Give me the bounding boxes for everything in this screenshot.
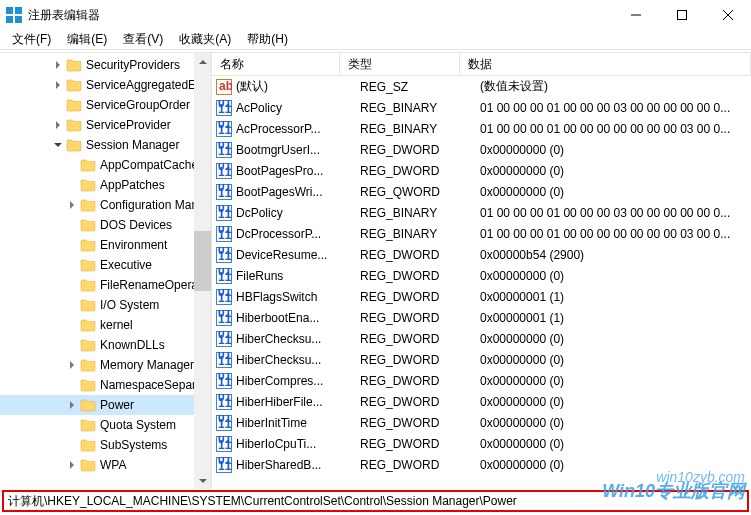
value-type: REG_DWORD	[360, 332, 480, 346]
binary-value-icon	[216, 142, 232, 158]
chevron-down-icon[interactable]	[52, 139, 64, 151]
titlebar: 注册表编辑器	[0, 0, 751, 30]
list-row[interactable]: HiberCompres...REG_DWORD0x00000000 (0)	[212, 370, 751, 391]
list-row[interactable]: HiberIoCpuTi...REG_DWORD0x00000000 (0)	[212, 433, 751, 454]
tree-label: kernel	[100, 318, 133, 332]
list-row[interactable]: HiberInitTimeREG_DWORD0x00000000 (0)	[212, 412, 751, 433]
list-row[interactable]: HiberbootEna...REG_DWORD0x00000001 (1)	[212, 307, 751, 328]
chevron-right-icon[interactable]	[66, 199, 78, 211]
minimize-button[interactable]	[613, 0, 659, 30]
tree-label: SecurityProviders	[86, 58, 180, 72]
folder-icon	[80, 238, 96, 252]
value-name: HBFlagsSwitch	[236, 290, 360, 304]
list-row[interactable]: AcPolicyREG_BINARY01 00 00 00 01 00 00 0…	[212, 97, 751, 118]
menu-view[interactable]: 查看(V)	[115, 31, 171, 48]
window-title: 注册表编辑器	[28, 7, 613, 24]
header-name[interactable]: 名称	[212, 53, 340, 75]
tree-scrollbar[interactable]	[194, 53, 211, 489]
folder-icon	[80, 458, 96, 472]
list-row[interactable]: BootmgrUserI...REG_DWORD0x00000000 (0)	[212, 139, 751, 160]
binary-value-icon	[216, 352, 232, 368]
binary-value-icon	[216, 247, 232, 263]
scroll-down-button[interactable]	[194, 472, 211, 489]
chevron-right-icon[interactable]	[52, 79, 64, 91]
tree-label: ServiceGroupOrder	[86, 98, 190, 112]
tree-item[interactable]: Executive	[0, 255, 211, 275]
tree-item[interactable]: I/O System	[0, 295, 211, 315]
list-row[interactable]: BootPagesPro...REG_DWORD0x00000000 (0)	[212, 160, 751, 181]
list-row[interactable]: HiberChecksu...REG_DWORD0x00000000 (0)	[212, 328, 751, 349]
binary-value-icon	[216, 268, 232, 284]
value-type: REG_DWORD	[360, 437, 480, 451]
tree-item[interactable]: AppCompatCache	[0, 155, 211, 175]
value-data: (数值未设置)	[480, 78, 751, 95]
tree-label: NamespaceSepara	[100, 378, 203, 392]
header-data[interactable]: 数据	[460, 53, 751, 75]
value-name: HiberChecksu...	[236, 332, 360, 346]
menu-favorites[interactable]: 收藏夹(A)	[171, 31, 239, 48]
value-name: HiberSharedB...	[236, 458, 360, 472]
list-row[interactable]: HiberHiberFile...REG_DWORD0x00000000 (0)	[212, 391, 751, 412]
list-row[interactable]: (默认)REG_SZ(数值未设置)	[212, 76, 751, 97]
list-row[interactable]: BootPagesWri...REG_QWORD0x00000000 (0)	[212, 181, 751, 202]
value-type: REG_DWORD	[360, 248, 480, 262]
list-row[interactable]: HBFlagsSwitchREG_DWORD0x00000001 (1)	[212, 286, 751, 307]
value-type: REG_DWORD	[360, 290, 480, 304]
tree-panel[interactable]: SecurityProvidersServiceAggregatedEvServ…	[0, 53, 212, 489]
tree-item[interactable]: KnownDLLs	[0, 335, 211, 355]
tree-item[interactable]: kernel	[0, 315, 211, 335]
tree-item[interactable]: DOS Devices	[0, 215, 211, 235]
header-type[interactable]: 类型	[340, 53, 460, 75]
tree-item[interactable]: SecurityProviders	[0, 55, 211, 75]
tree-item[interactable]: WPA	[0, 455, 211, 475]
folder-icon	[80, 278, 96, 292]
list-row[interactable]: FileRunsREG_DWORD0x00000000 (0)	[212, 265, 751, 286]
value-type: REG_BINARY	[360, 227, 480, 241]
value-name: AcProcessorP...	[236, 122, 360, 136]
list-row[interactable]: AcProcessorP...REG_BINARY01 00 00 00 01 …	[212, 118, 751, 139]
value-type: REG_BINARY	[360, 122, 480, 136]
tree-item[interactable]: FileRenameOperat	[0, 275, 211, 295]
binary-value-icon	[216, 121, 232, 137]
tree-label: AppPatches	[100, 178, 165, 192]
maximize-button[interactable]	[659, 0, 705, 30]
tree-item[interactable]: ServiceAggregatedEv	[0, 75, 211, 95]
close-button[interactable]	[705, 0, 751, 30]
tree-label: SubSystems	[100, 438, 167, 452]
chevron-right-icon[interactable]	[66, 459, 78, 471]
tree-label: FileRenameOperat	[100, 278, 201, 292]
menu-file[interactable]: 文件(F)	[4, 31, 59, 48]
menu-edit[interactable]: 编辑(E)	[59, 31, 115, 48]
tree-item[interactable]: Environment	[0, 235, 211, 255]
list-row[interactable]: DcPolicyREG_BINARY01 00 00 00 01 00 00 0…	[212, 202, 751, 223]
list-header[interactable]: 名称 类型 数据	[212, 53, 751, 76]
list-row[interactable]: DeviceResume...REG_DWORD0x00000b54 (2900…	[212, 244, 751, 265]
value-type: REG_DWORD	[360, 416, 480, 430]
menu-help[interactable]: 帮助(H)	[239, 31, 296, 48]
tree-item[interactable]: NamespaceSepara	[0, 375, 211, 395]
value-data: 0x00000000 (0)	[480, 332, 751, 346]
value-data: 0x00000000 (0)	[480, 395, 751, 409]
tree-item[interactable]: Session Manager	[0, 135, 211, 155]
chevron-right-icon[interactable]	[52, 59, 64, 71]
value-type: REG_DWORD	[360, 458, 480, 472]
tree-item[interactable]: SubSystems	[0, 435, 211, 455]
chevron-right-icon[interactable]	[52, 119, 64, 131]
tree-item[interactable]: ServiceGroupOrder	[0, 95, 211, 115]
tree-item[interactable]: Configuration Man	[0, 195, 211, 215]
value-type: REG_DWORD	[360, 374, 480, 388]
tree-item[interactable]: Power	[0, 395, 211, 415]
tree-item[interactable]: ServiceProvider	[0, 115, 211, 135]
folder-icon	[80, 438, 96, 452]
tree-item[interactable]: Memory Manager	[0, 355, 211, 375]
tree-item[interactable]: Quota System	[0, 415, 211, 435]
chevron-right-icon[interactable]	[66, 359, 78, 371]
binary-value-icon	[216, 184, 232, 200]
tree-item[interactable]: AppPatches	[0, 175, 211, 195]
tree-label: Quota System	[100, 418, 176, 432]
scroll-up-button[interactable]	[194, 53, 211, 70]
list-row[interactable]: DcProcessorP...REG_BINARY01 00 00 00 01 …	[212, 223, 751, 244]
status-path: 计算机\HKEY_LOCAL_MACHINE\SYSTEM\CurrentCon…	[8, 493, 517, 510]
list-row[interactable]: HiberChecksu...REG_DWORD0x00000000 (0)	[212, 349, 751, 370]
chevron-right-icon[interactable]	[66, 399, 78, 411]
